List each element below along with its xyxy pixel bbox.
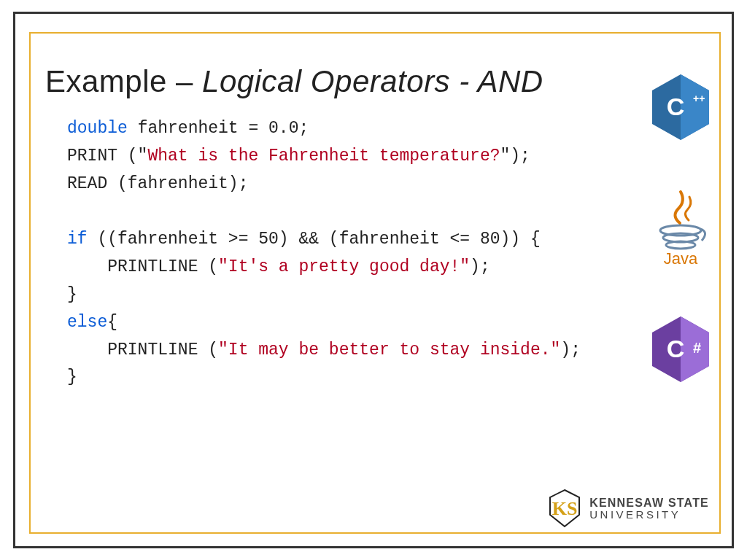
code-text: fahrenheit = 0.0; <box>128 119 309 138</box>
java-icon: Java <box>649 188 716 271</box>
svg-text:++: ++ <box>693 93 705 104</box>
code-text: PRINTLINE ( <box>67 257 218 276</box>
code-text: ); <box>560 341 581 359</box>
title-prefix: Example – <box>45 64 202 98</box>
keyword-double: double <box>67 119 128 138</box>
code-text: "); <box>500 147 530 166</box>
string-literal: "It's a pretty good day!" <box>218 257 470 276</box>
code-text: { <box>107 313 117 332</box>
university-name-line1: KENNESAW STATE <box>589 497 709 509</box>
string-literal: "It may be better to stay inside." <box>218 341 560 359</box>
slide-content: Example – Logical Operators - AND double… <box>45 64 702 392</box>
code-text: PRINTLINE ( <box>67 341 218 359</box>
cpp-icon: C ++ <box>649 73 716 144</box>
code-text: PRINT (" <box>67 147 147 166</box>
string-literal: What is the Fahrenheit temperature? <box>147 147 500 166</box>
svg-text:C: C <box>667 335 685 362</box>
code-text: } <box>67 368 77 386</box>
csharp-icon: C # <box>649 315 716 386</box>
slide-title: Example – Logical Operators - AND <box>45 64 702 99</box>
university-logo: KS KENNESAW STATE UNIVERSITY <box>547 489 709 528</box>
code-text: READ (fahrenheit); <box>67 174 248 193</box>
svg-marker-1 <box>681 74 709 140</box>
language-icons: C ++ Java C # <box>649 73 716 430</box>
university-name: KENNESAW STATE UNIVERSITY <box>589 497 709 520</box>
keyword-if: if <box>67 230 88 249</box>
java-label: Java <box>664 249 698 268</box>
svg-text:#: # <box>693 340 701 356</box>
title-italic: Logical Operators - AND <box>202 64 543 98</box>
university-name-line2: UNIVERSITY <box>589 509 709 520</box>
code-text: } <box>67 285 77 304</box>
code-text: ); <box>470 257 490 276</box>
code-block: double fahrenheit = 0.0; PRINT ("What is… <box>45 115 702 392</box>
svg-text:KS: KS <box>552 498 578 519</box>
code-text: ((fahrenheit >= 50) && (fahrenheit <= 80… <box>88 230 541 249</box>
svg-point-6 <box>666 241 695 249</box>
keyword-else: else <box>67 313 107 332</box>
ksu-shield-icon: KS <box>547 489 582 528</box>
svg-text:C: C <box>667 93 685 120</box>
